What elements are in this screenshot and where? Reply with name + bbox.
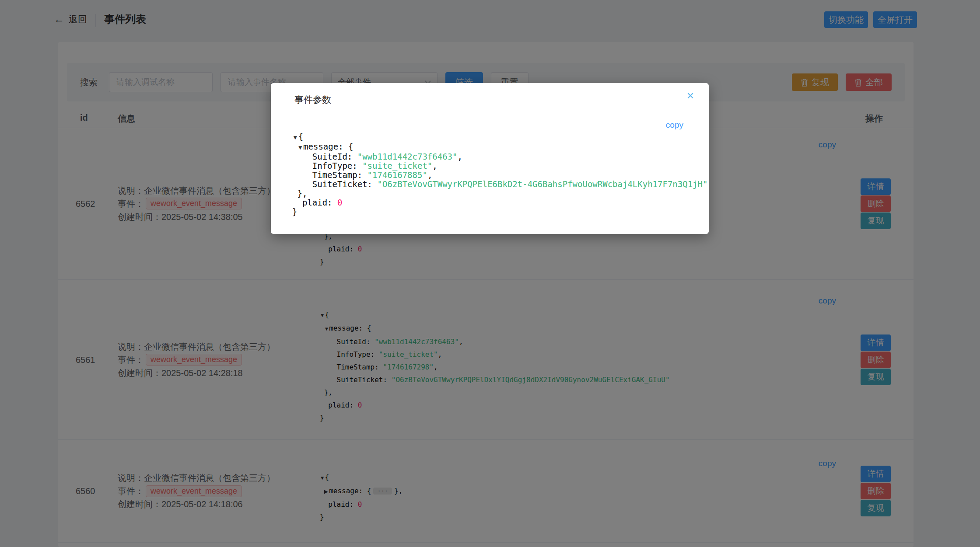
- json-line: }: [292, 207, 707, 216]
- json-str: "1746167885": [368, 170, 427, 180]
- json-line: SuiteId: "wwb11d1442c73f6463",: [292, 152, 707, 161]
- json-num: 0: [337, 198, 342, 207]
- json-str: "suite_ticket": [362, 161, 432, 171]
- json-punct: ,: [457, 152, 462, 161]
- json-punct: },: [297, 188, 307, 198]
- json-punct: {: [298, 132, 303, 141]
- json-punct: }: [292, 207, 297, 216]
- json-line: SuiteTicket: "O6zBTeVovGTWwyrKPQPElE6BkD…: [292, 180, 707, 189]
- json-punct: {: [343, 142, 354, 151]
- json-str: "wwb11d1442c73f6463": [357, 152, 458, 161]
- json-line: TimeStamp: "1746167885",: [292, 171, 707, 180]
- toggle-arrow-icon[interactable]: ▼: [297, 143, 303, 152]
- json-line: },: [292, 189, 707, 198]
- json-key: message:: [303, 142, 343, 151]
- json-line: ▼{: [292, 132, 707, 142]
- json-str: "O6zBTeVovGTWwyrKPQPElE6BkD2t-4G6BahsPfw…: [377, 179, 707, 189]
- modal-title: 事件参数: [294, 94, 331, 106]
- json-key: SuiteId:: [312, 152, 357, 161]
- modal-json-viewer: ▼{▼message: {SuiteId: "wwb11d1442c73f646…: [292, 132, 707, 216]
- event-params-modal: 事件参数 × copy ▼{▼message: {SuiteId: "wwb11…: [271, 83, 709, 234]
- json-key: SuiteTicket:: [312, 179, 378, 189]
- json-line: InfoType: "suite_ticket",: [292, 161, 707, 171]
- json-punct: ,: [432, 161, 437, 171]
- json-key: plaid:: [302, 198, 337, 207]
- json-line: ▼message: {: [292, 142, 707, 152]
- json-punct: ,: [427, 170, 432, 180]
- json-line: plaid: 0: [292, 198, 707, 207]
- toggle-arrow-icon[interactable]: ▼: [292, 133, 298, 142]
- json-key: TimeStamp:: [312, 170, 368, 180]
- modal-backdrop[interactable]: [0, 0, 980, 547]
- modal-copy-link[interactable]: copy: [666, 120, 683, 130]
- close-icon[interactable]: ×: [684, 89, 696, 102]
- event-list-page: ← 返回 事件列表 切换功能 全屏打开 搜索 全部事件 筛选 重置: [0, 0, 980, 547]
- json-key: InfoType:: [312, 161, 362, 171]
